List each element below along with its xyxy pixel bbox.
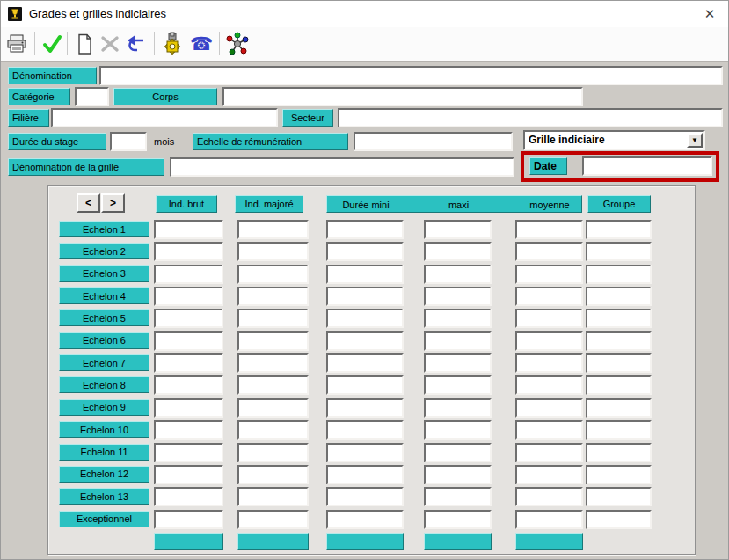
grid-cell-input[interactable] xyxy=(515,398,583,418)
grid-cell-input[interactable] xyxy=(515,353,583,373)
duree-stage-input[interactable] xyxy=(110,132,147,151)
grid-cell-input[interactable] xyxy=(154,331,223,351)
grid-cell-input[interactable] xyxy=(237,220,309,239)
grid-cell-input[interactable] xyxy=(586,242,652,261)
grid-cell-input[interactable] xyxy=(237,375,309,395)
grid-cell-input[interactable] xyxy=(586,309,652,328)
network-button[interactable] xyxy=(225,32,250,56)
grid-cell-input[interactable] xyxy=(237,465,309,484)
echelle-input[interactable] xyxy=(354,132,513,151)
grid-cell-input[interactable] xyxy=(154,353,223,373)
grid-cell-input[interactable] xyxy=(326,443,404,462)
settings-button[interactable] xyxy=(160,32,185,56)
grid-cell-input[interactable] xyxy=(586,487,652,506)
grid-cell-input[interactable] xyxy=(326,398,404,418)
delete-button[interactable] xyxy=(98,32,122,56)
categorie-input[interactable] xyxy=(75,87,109,106)
grid-cell-input[interactable] xyxy=(424,375,492,395)
grid-cell-input[interactable] xyxy=(586,398,652,418)
nav-prev-button[interactable]: < xyxy=(77,193,100,213)
grid-cell-input[interactable] xyxy=(326,242,404,261)
grid-cell-input[interactable] xyxy=(424,287,492,306)
filiere-input[interactable] xyxy=(51,108,278,127)
secteur-input[interactable] xyxy=(338,108,723,127)
grid-cell-input[interactable] xyxy=(326,465,404,484)
grid-cell-input[interactable] xyxy=(237,331,309,351)
grid-cell-input[interactable] xyxy=(326,287,404,306)
grid-cell-input[interactable] xyxy=(586,465,652,484)
denomination-grille-input[interactable] xyxy=(170,157,514,177)
grid-cell-input[interactable] xyxy=(586,420,652,440)
grid-cell-input[interactable] xyxy=(586,375,652,395)
grid-cell-input[interactable] xyxy=(515,265,583,284)
grid-cell-input[interactable] xyxy=(586,220,652,239)
grid-cell-input[interactable] xyxy=(326,420,404,440)
grid-cell-input[interactable] xyxy=(424,265,492,284)
grid-cell-input[interactable] xyxy=(515,487,583,506)
grid-cell-input[interactable] xyxy=(154,465,223,484)
grid-cell-input[interactable] xyxy=(424,443,492,462)
grid-cell-input[interactable] xyxy=(515,510,583,529)
grid-cell-input[interactable] xyxy=(586,353,652,373)
chevron-down-icon[interactable]: ▼ xyxy=(687,133,703,148)
grid-cell-input[interactable] xyxy=(237,309,309,328)
grid-cell-input[interactable] xyxy=(154,220,223,239)
grid-cell-input[interactable] xyxy=(515,465,583,484)
grid-cell-input[interactable] xyxy=(154,510,223,529)
nav-next-button[interactable]: > xyxy=(101,193,125,213)
grid-cell-input[interactable] xyxy=(424,242,492,261)
grid-cell-input[interactable] xyxy=(154,443,223,462)
grid-cell-input[interactable] xyxy=(326,487,404,506)
grid-cell-input[interactable] xyxy=(586,265,652,284)
grid-cell-input[interactable] xyxy=(515,375,583,395)
grid-cell-input[interactable] xyxy=(237,510,309,529)
grid-cell-input[interactable] xyxy=(424,220,492,239)
grid-cell-input[interactable] xyxy=(326,265,404,284)
grid-cell-input[interactable] xyxy=(515,420,583,440)
grid-cell-input[interactable] xyxy=(515,287,583,306)
grid-cell-input[interactable] xyxy=(326,510,404,529)
grid-cell-input[interactable] xyxy=(237,265,309,284)
grid-cell-input[interactable] xyxy=(424,353,492,373)
corps-input[interactable] xyxy=(222,87,583,106)
grid-cell-input[interactable] xyxy=(154,398,223,418)
grid-cell-input[interactable] xyxy=(326,309,404,328)
grid-cell-input[interactable] xyxy=(154,242,223,261)
grid-cell-input[interactable] xyxy=(237,487,309,506)
grid-cell-input[interactable] xyxy=(424,510,492,529)
grid-cell-input[interactable] xyxy=(586,287,652,306)
grid-cell-input[interactable] xyxy=(424,420,492,440)
grid-cell-input[interactable] xyxy=(326,375,404,395)
grid-cell-input[interactable] xyxy=(424,309,492,328)
grid-cell-input[interactable] xyxy=(515,220,583,239)
grid-cell-input[interactable] xyxy=(424,487,492,506)
grid-cell-input[interactable] xyxy=(515,443,583,462)
grid-cell-input[interactable] xyxy=(326,220,404,239)
grid-cell-input[interactable] xyxy=(515,242,583,261)
grille-indiciaire-combobox[interactable]: Grille indiciaire ▼ xyxy=(523,130,705,150)
grid-cell-input[interactable] xyxy=(154,265,223,284)
grid-cell-input[interactable] xyxy=(154,375,223,395)
close-button[interactable]: ✕ xyxy=(696,3,723,25)
grid-cell-input[interactable] xyxy=(515,309,583,328)
grid-cell-input[interactable] xyxy=(326,353,404,373)
grid-cell-input[interactable] xyxy=(237,398,309,418)
grid-cell-input[interactable] xyxy=(237,420,309,440)
denomination-input[interactable] xyxy=(99,66,723,85)
grid-cell-input[interactable] xyxy=(586,443,652,462)
grid-cell-input[interactable] xyxy=(154,420,223,440)
grid-cell-input[interactable] xyxy=(515,331,583,351)
phone-button[interactable]: ☎ xyxy=(189,32,214,56)
grid-cell-input[interactable] xyxy=(424,465,492,484)
grid-cell-input[interactable] xyxy=(326,331,404,351)
grid-cell-input[interactable] xyxy=(237,287,309,306)
grid-cell-input[interactable] xyxy=(424,398,492,418)
undo-button[interactable] xyxy=(124,32,149,56)
validate-button[interactable] xyxy=(40,32,64,56)
date-input[interactable] xyxy=(582,156,712,176)
grid-cell-input[interactable] xyxy=(154,487,223,506)
print-button[interactable] xyxy=(4,32,29,56)
grid-cell-input[interactable] xyxy=(237,242,309,261)
new-button[interactable] xyxy=(72,32,97,56)
grid-cell-input[interactable] xyxy=(154,309,223,328)
